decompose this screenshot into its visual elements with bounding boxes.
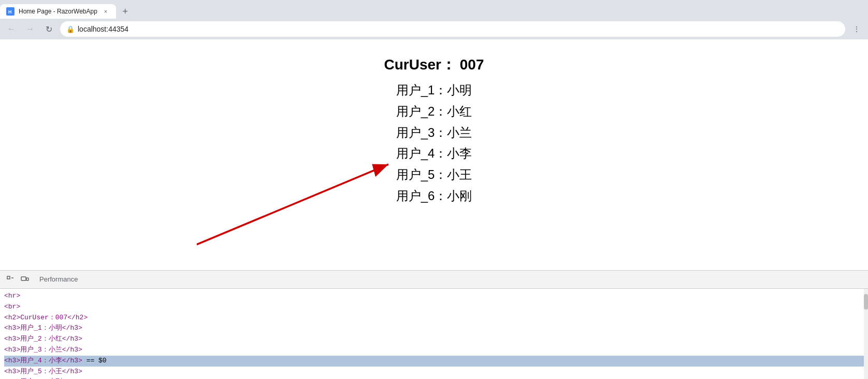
forward-button[interactable]: →	[23, 22, 37, 36]
user-list-item: 用户_3：小兰	[396, 122, 472, 144]
code-line: <h3>用户_4：小李</h3> == $0	[4, 356, 864, 367]
address-bar: ← → ↻ 🔒 localhost:44354 ⋮	[0, 19, 868, 39]
profile-area[interactable]: ⋮	[849, 22, 864, 36]
new-tab-button[interactable]: +	[118, 4, 133, 19]
svg-rect-4	[7, 276, 10, 279]
code-line: <h3>用户_2：小红</h3>	[4, 334, 864, 345]
tab-favicon: H	[6, 7, 15, 16]
devtools-tab-performance[interactable]: Performance	[33, 272, 84, 287]
user-list-item: 用户_5：小王	[396, 164, 472, 186]
svg-line-3	[197, 164, 388, 245]
inspect-element-icon[interactable]	[4, 273, 17, 286]
code-line: <h3>用户_1：小明</h3>	[4, 323, 864, 334]
devtools-content: <hr><br><h2>CurUser：007</h2><h3>用户_1：小明<…	[0, 289, 868, 379]
device-toggle-icon[interactable]	[19, 273, 31, 286]
url-text: localhost:44354	[78, 25, 128, 33]
code-line: <h3>用户_5：小王</h3>	[4, 367, 864, 377]
user-list-item: 用户_2：小红	[396, 101, 472, 122]
devtools-scrollbar-thumb[interactable]	[864, 294, 868, 310]
user-list-item: 用户_6：小刚	[396, 186, 472, 207]
tab-bar: H Home Page - RazorWebApp × +	[0, 0, 868, 19]
url-box[interactable]: 🔒 localhost:44354	[60, 21, 845, 37]
code-lines-container: <hr><br><h2>CurUser：007</h2><h3>用户_1：小明<…	[4, 291, 864, 379]
user-list: 用户_1：小明用户_2：小红用户_3：小兰用户_4：小李用户_5：小王用户_6：…	[396, 80, 472, 207]
page-heading: CurUser： 007	[384, 55, 484, 75]
back-button[interactable]: ←	[4, 22, 19, 36]
devtools-toolbar	[2, 273, 33, 286]
lock-icon: 🔒	[66, 25, 75, 33]
refresh-button[interactable]: ↻	[41, 22, 56, 36]
tab-close-button[interactable]: ×	[102, 7, 110, 16]
svg-rect-7	[26, 278, 28, 280]
svg-rect-6	[21, 277, 26, 280]
devtools-panel: ElementsConsoleSourcesNetworkPerformance…	[0, 270, 868, 379]
code-line: <hr>	[4, 291, 864, 302]
svg-text:H: H	[8, 9, 12, 15]
code-line: <br>	[4, 302, 864, 313]
main-layout: CurUser： 007 用户_1：小明用户_2：小红用户_3：小兰用户_4：小…	[0, 39, 868, 379]
code-line: <h3>用户_3：小兰</h3>	[4, 345, 864, 356]
code-line: <h3>用户_6：小刚</h3>	[4, 377, 864, 379]
devtools-tab-bar: ElementsConsoleSourcesNetworkPerformance…	[0, 271, 868, 289]
code-line: <h2>CurUser：007</h2>	[4, 313, 864, 324]
browser-viewport: CurUser： 007 用户_1：小明用户_2：小红用户_3：小兰用户_4：小…	[0, 39, 868, 270]
tab-title: Home Page - RazorWebApp	[19, 8, 97, 15]
user-list-item: 用户_4：小李	[396, 143, 472, 164]
devtools-scrollbar[interactable]	[864, 289, 868, 379]
user-list-item: 用户_1：小明	[396, 80, 472, 101]
browser-chrome: H Home Page - RazorWebApp × + ← → ↻ 🔒 lo…	[0, 0, 868, 39]
browser-tab-active[interactable]: H Home Page - RazorWebApp ×	[0, 4, 116, 19]
